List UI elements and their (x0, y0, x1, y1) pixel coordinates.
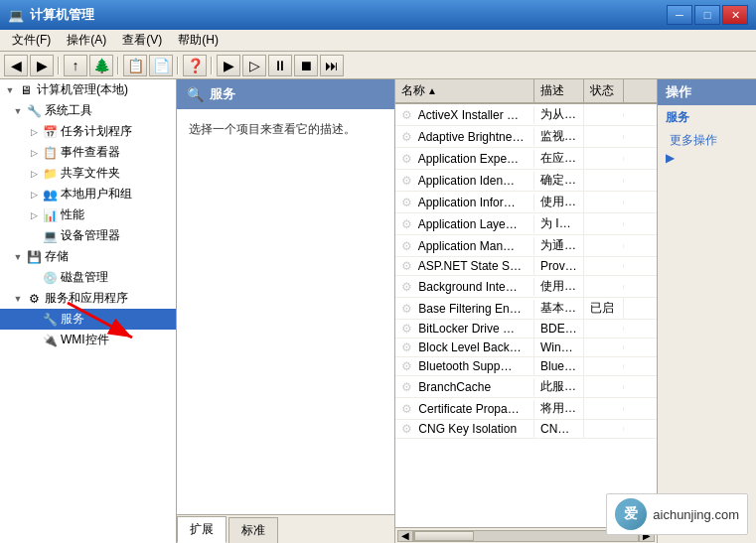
disk-management-expander[interactable] (26, 270, 42, 286)
root-expander[interactable]: ▼ (2, 82, 18, 98)
service-name: ⚙ Application Iden… (395, 172, 534, 190)
service-row[interactable]: ⚙ ActiveX Installer … 为从 … (395, 104, 657, 126)
desc-search-icon: 🔍 (187, 86, 204, 102)
service-row[interactable]: ⚙ Background Inte… 使用… (395, 276, 657, 298)
play2-button[interactable]: ▷ (242, 55, 266, 76)
wmi-expander[interactable] (26, 333, 42, 348)
local-users-label: 本地用户和组 (61, 186, 132, 203)
tree-item-storage[interactable]: ▼ 💾 存储 (0, 246, 176, 267)
tab-standard[interactable]: 标准 (228, 517, 278, 543)
services-apps-expander[interactable]: ▼ (10, 291, 26, 307)
computer-icon: 🖥 (18, 82, 34, 98)
tree-item-shared-folders[interactable]: ▷ 📁 共享文件夹 (0, 163, 176, 184)
system-tools-expander[interactable]: ▼ (10, 103, 26, 119)
scroll-left[interactable]: ◀ (397, 530, 413, 542)
service-row[interactable]: ⚙ BitLocker Drive … BDE… (395, 320, 657, 339)
minimize-button[interactable]: ─ (667, 5, 692, 25)
tree-item-performance[interactable]: ▷ 📊 性能 (0, 204, 176, 225)
tree-item-local-users[interactable]: ▷ 👥 本地用户和组 (0, 184, 176, 204)
col-header-desc[interactable]: 描述 (534, 79, 584, 102)
tree-root[interactable]: ▼ 🖥 计算机管理(本地) (0, 79, 176, 100)
description-panel: 🔍 服务 选择一个项目来查看它的描述。 扩展 标准 (177, 79, 395, 543)
ops-section[interactable]: 服务 (658, 105, 756, 130)
service-name: ⚙ Bluetooth Supp… (395, 357, 534, 375)
restart-button[interactable]: ⏭ (320, 55, 344, 76)
service-row[interactable]: ⚙ Block Level Back… Win… (395, 339, 657, 357)
service-row[interactable]: ⚙ Application Expe… 在应… (395, 148, 657, 170)
disk-management-label: 磁盘管理 (61, 269, 108, 286)
service-desc: 监视… (534, 126, 584, 147)
view-button[interactable]: 📋 (123, 55, 147, 76)
service-row[interactable]: ⚙ ASP.NET State S… Prov… (395, 257, 657, 276)
tree-item-event-viewer[interactable]: ▷ 📋 事件查看器 (0, 142, 176, 163)
menu-view[interactable]: 查看(V) (114, 30, 170, 51)
service-row[interactable]: ⚙ Adaptive Brightne… 监视… (395, 126, 657, 148)
task-scheduler-expander[interactable]: ▷ (26, 124, 42, 140)
service-row[interactable]: ⚙ Certificate Propa… 将用… (395, 398, 657, 420)
service-status (584, 427, 624, 431)
play-button[interactable]: ▶ (217, 55, 240, 76)
service-row[interactable]: ⚙ Bluetooth Supp… Blue… (395, 357, 657, 376)
help-button[interactable]: ❓ (183, 55, 207, 76)
service-desc: Prov… (534, 257, 584, 275)
tree-item-task-scheduler[interactable]: ▷ 📅 任务计划程序 (0, 121, 176, 142)
scroll-track[interactable] (413, 530, 639, 542)
service-row[interactable]: ⚙ Application Iden… 确定… (395, 170, 657, 192)
tree-item-wmi[interactable]: 🔌 WMI控件 (0, 330, 176, 350)
pause-button[interactable]: ⏸ (268, 55, 292, 76)
menu-action[interactable]: 操作(A) (59, 30, 114, 51)
up-button[interactable]: ↑ (64, 55, 87, 76)
window-icon: 💻 (8, 7, 24, 23)
service-row[interactable]: ⚙ Application Infor… 使用… (395, 192, 657, 213)
close-button[interactable]: ✕ (722, 5, 748, 25)
event-viewer-icon: 📋 (42, 145, 58, 161)
show-hide-tree[interactable]: 🌲 (89, 55, 113, 76)
tab-extended[interactable]: 扩展 (177, 516, 227, 543)
wmi-icon: 🔌 (42, 333, 58, 348)
device-manager-expander[interactable] (26, 228, 42, 244)
service-desc: CNG… (534, 420, 584, 438)
tree-item-services-apps[interactable]: ▼ ⚙ 服务和应用程序 (0, 288, 176, 309)
forward-button[interactable]: ▶ (30, 55, 54, 76)
service-status (584, 407, 624, 411)
local-users-expander[interactable]: ▷ (26, 187, 42, 203)
services-expander[interactable] (26, 312, 42, 328)
ops-arrow: ▶ (658, 151, 756, 165)
service-desc: 使用… (534, 276, 584, 297)
menu-bar: 文件(F) 操作(A) 查看(V) 帮助(H) (0, 30, 756, 52)
task-scheduler-label: 任务计划程序 (61, 123, 132, 140)
service-status (584, 244, 624, 248)
tree-item-system-tools[interactable]: ▼ 🔧 系统工具 (0, 100, 176, 121)
service-status (584, 179, 624, 183)
tree-item-services[interactable]: 🔧 服务 (0, 309, 176, 330)
ops-more-actions[interactable]: 更多操作 (658, 130, 756, 151)
service-desc: 使用… (534, 192, 584, 212)
service-row[interactable]: ⚙ Application Man… 为通… (395, 235, 657, 257)
menu-file[interactable]: 文件(F) (4, 30, 59, 51)
service-status (584, 135, 624, 139)
menu-help[interactable]: 帮助(H) (170, 30, 227, 51)
task-scheduler-icon: 📅 (42, 124, 58, 140)
back-button[interactable]: ◀ (4, 55, 28, 76)
service-row[interactable]: ⚙ CNG Key Isolation CNG… (395, 420, 657, 439)
service-row[interactable]: ⚙ Application Laye… 为 In… (395, 213, 657, 235)
shared-folders-icon: 📁 (42, 166, 58, 182)
tree-item-disk-management[interactable]: 💿 磁盘管理 (0, 267, 176, 288)
event-viewer-expander[interactable]: ▷ (26, 145, 42, 161)
service-row[interactable]: ⚙ Base Filtering En… 基本… 已启 (395, 298, 657, 320)
performance-expander[interactable]: ▷ (26, 207, 42, 223)
view2-button[interactable]: 📄 (149, 55, 173, 76)
stop-button[interactable]: ⏹ (294, 55, 318, 76)
service-desc: 为 In… (534, 213, 584, 234)
col-header-name[interactable]: 名称 ▲ (395, 79, 534, 102)
services-label: 服务 (61, 311, 84, 328)
scroll-thumb[interactable] (414, 531, 474, 541)
tree-item-device-manager[interactable]: 💻 设备管理器 (0, 225, 176, 246)
shared-folders-expander[interactable]: ▷ (26, 166, 42, 182)
storage-expander[interactable]: ▼ (10, 249, 26, 265)
maximize-button[interactable]: □ (694, 5, 720, 25)
service-row[interactable]: ⚙ BranchCache 此服… (395, 376, 657, 398)
col-header-status[interactable]: 状态 (584, 79, 624, 102)
services-apps-label: 服务和应用程序 (45, 290, 128, 307)
storage-icon: 💾 (26, 249, 42, 265)
